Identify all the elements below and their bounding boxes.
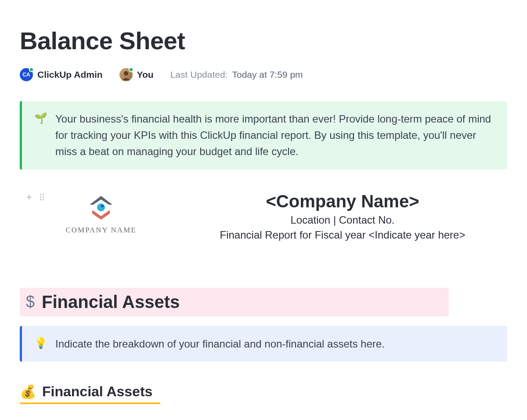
seedling-icon: 🌱 [34,111,47,126]
block-controls: + [26,192,44,203]
svg-point-0 [124,71,128,76]
company-logo-caption: COMPANY NAME [42,226,160,235]
assets-callout: 💡 Indicate the breakdown of your financi… [20,326,507,362]
page-title: Balance Sheet [20,26,507,55]
add-block-button[interactable]: + [26,192,32,203]
dollar-icon: $ [26,293,35,311]
assets-callout-text: Indicate the breakdown of your financial… [55,336,385,352]
intro-callout: 🌱 Your business's financial health is mo… [20,101,507,170]
meta-row: CA ClickUp Admin You Last Updated: Today… [20,68,507,81]
svg-marker-4 [92,210,110,220]
you-avatar[interactable] [119,68,133,81]
svg-point-2 [97,203,105,211]
company-name-placeholder[interactable]: <Company Name> [178,192,507,211]
financial-assets-heading: Financial Assets [42,292,180,312]
intro-callout-text: Your business's financial health is more… [55,111,495,160]
yellow-underline [20,402,160,404]
company-location-contact[interactable]: Location | Contact No. [178,214,507,226]
you-name: You [137,69,154,80]
admin-name: ClickUp Admin [37,69,103,80]
admin-avatar-initials: CA [22,72,30,78]
company-logo-block: COMPANY NAME [42,192,160,235]
financial-assets-subheading: 💰 Financial Assets [20,384,507,400]
updated-value: Today at 7:59 pm [232,69,303,80]
svg-point-3 [101,205,104,207]
company-fiscal-line[interactable]: Financial Report for Fiscal year <Indica… [178,229,507,241]
financial-assets-banner: $ Financial Assets [20,288,449,316]
company-info: <Company Name> Location | Contact No. Fi… [178,192,507,244]
company-header-block: + COMPANY NAME <Company Name> Location |… [20,192,507,244]
presence-dot-icon [29,67,34,72]
drag-handle-icon[interactable] [40,194,44,201]
financial-assets-subheading-text: Financial Assets [42,384,152,400]
company-logo-icon [85,195,117,221]
updated-label: Last Updated: [170,69,228,80]
admin-avatar[interactable]: CA [20,68,33,81]
presence-dot-icon [129,67,134,72]
lightbulb-icon: 💡 [34,336,47,351]
moneybag-icon: 💰 [20,384,36,399]
